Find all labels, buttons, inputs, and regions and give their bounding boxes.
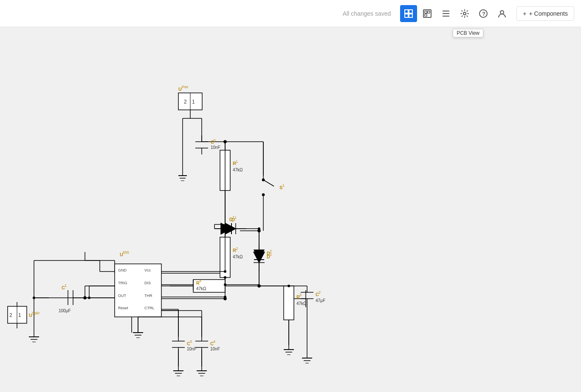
- svg-rect-7: [425, 14, 427, 16]
- svg-text:3: 3: [190, 339, 192, 344]
- component-r1[interactable]: R 1 47kΩ: [220, 150, 243, 190]
- svg-rect-6: [428, 11, 430, 13]
- svg-line-88: [263, 180, 274, 186]
- svg-text:2: 2: [319, 290, 321, 294]
- settings-button[interactable]: [456, 5, 473, 22]
- svg-text:4: 4: [213, 339, 215, 344]
- svg-text:100μF: 100μF: [59, 308, 71, 313]
- schematic-canvas[interactable]: 2 1 U Pwr C 5 10nF: [0, 27, 581, 392]
- svg-text:10nF: 10nF: [187, 347, 197, 351]
- svg-text:GND: GND: [118, 268, 127, 272]
- svg-text:Reset: Reset: [118, 306, 128, 310]
- pcb-view-button[interactable]: [419, 5, 436, 22]
- svg-text:1: 1: [236, 160, 238, 164]
- svg-text:2: 2: [236, 246, 238, 251]
- svg-point-203: [33, 297, 35, 299]
- schematic-view-button[interactable]: [400, 5, 417, 22]
- header: All changes saved: [0, 0, 581, 27]
- svg-text:CTRL: CTRL: [144, 306, 155, 310]
- plus-icon: +: [523, 10, 526, 17]
- svg-text:47kΩ: 47kΩ: [233, 255, 243, 259]
- svg-text:Pwr: Pwr: [182, 85, 189, 89]
- svg-text:OUT: OUT: [118, 294, 127, 298]
- component-u-spkr[interactable]: 2 1 U Spkr: [8, 302, 40, 328]
- svg-text:3: 3: [299, 293, 302, 297]
- pcb-view-tooltip: PCB View: [453, 29, 483, 37]
- svg-point-238: [224, 227, 226, 230]
- svg-text:2: 2: [270, 249, 272, 253]
- svg-point-184: [288, 285, 290, 287]
- component-u555[interactable]: GND Vcc TRIG DIS OUT THR Reset CTRL U 55…: [115, 250, 161, 317]
- svg-rect-1: [409, 10, 412, 13]
- gnd-c3: [173, 367, 183, 376]
- svg-text:47kΩ: 47kΩ: [233, 168, 243, 172]
- svg-point-87: [262, 193, 265, 196]
- svg-rect-5: [425, 11, 427, 13]
- svg-rect-0: [405, 10, 408, 13]
- svg-rect-167: [284, 286, 294, 320]
- gnd-c2: [302, 350, 312, 363]
- svg-text:?: ?: [482, 11, 485, 17]
- svg-text:THR: THR: [144, 294, 152, 298]
- svg-text:TRIG: TRIG: [118, 281, 127, 285]
- svg-text:1: 1: [192, 99, 195, 105]
- svg-point-215: [224, 283, 226, 286]
- svg-text:DIS: DIS: [144, 281, 151, 285]
- component-s1[interactable]: S 1: [262, 179, 285, 196]
- svg-text:1: 1: [234, 216, 237, 220]
- svg-text:1: 1: [232, 215, 234, 219]
- schematic-diagram: 2 1 U Pwr C 5 10nF: [0, 27, 581, 392]
- svg-text:47kΩ: 47kΩ: [196, 286, 206, 291]
- gnd-r3: [284, 320, 294, 355]
- gnd-left: [29, 328, 39, 342]
- gnd-c4: [197, 367, 207, 376]
- svg-rect-2: [405, 14, 408, 17]
- component-c3[interactable]: C 3 10nF: [172, 333, 197, 367]
- d2-fix: [254, 244, 264, 286]
- svg-text:2: 2: [184, 99, 187, 105]
- component-r4[interactable]: R 4 47kΩ: [193, 279, 225, 292]
- svg-point-198: [88, 297, 90, 299]
- svg-text:1: 1: [65, 283, 67, 288]
- svg-rect-3: [409, 14, 412, 17]
- save-status: All changes saved: [343, 10, 391, 17]
- components-label: + Components: [529, 10, 568, 17]
- add-components-button[interactable]: + + Components: [516, 6, 574, 21]
- svg-point-226: [258, 227, 260, 230]
- svg-text:U: U: [178, 87, 182, 92]
- component-r3[interactable]: R 3 47kΩ: [284, 286, 307, 320]
- bom-button[interactable]: [437, 5, 454, 22]
- svg-text:47kΩ: 47kΩ: [296, 301, 307, 306]
- svg-text:Spkr: Spkr: [32, 311, 40, 315]
- component-d2[interactable]: D 2: [254, 244, 272, 271]
- svg-point-206: [224, 270, 226, 273]
- svg-text:1: 1: [282, 183, 285, 188]
- help-button[interactable]: ?: [475, 5, 492, 22]
- svg-text:555: 555: [123, 250, 129, 255]
- component-c5[interactable]: C 5 10nF: [195, 135, 220, 154]
- svg-point-13: [463, 12, 466, 15]
- svg-text:5: 5: [214, 138, 216, 143]
- svg-text:10nF: 10nF: [210, 347, 220, 351]
- gnd-c5: [178, 171, 187, 181]
- svg-text:Vcc: Vcc: [144, 268, 151, 272]
- svg-text:10nF: 10nF: [211, 145, 220, 150]
- svg-text:4: 4: [199, 279, 201, 283]
- svg-text:2: 2: [9, 312, 12, 318]
- component-c2[interactable]: C 2 47μF: [289, 286, 325, 350]
- user-button[interactable]: [494, 5, 510, 22]
- svg-point-16: [500, 11, 504, 14]
- component-u-pwr[interactable]: 2 1 U Pwr: [178, 85, 202, 110]
- component-c4[interactable]: C 4 10nF: [195, 333, 220, 367]
- svg-text:47μF: 47μF: [316, 298, 325, 303]
- svg-text:1: 1: [18, 312, 21, 318]
